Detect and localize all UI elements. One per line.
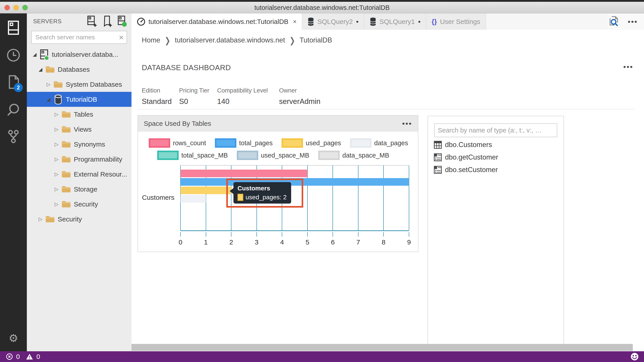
open-editors-icon[interactable]: 2 <box>0 75 27 89</box>
property-compatibility-level: Compatibility Level 140 <box>217 87 279 106</box>
tree-item-tables[interactable]: ▷Tables <box>27 107 132 122</box>
object-item-dbo-getcustomer[interactable]: dbo.getCustomer <box>434 151 564 164</box>
legend-item-total_space_MB: total_space_MB <box>157 151 228 160</box>
x-axis-label: 5 <box>306 238 309 246</box>
tab-bar: tutorialserver.database.windows.net:Tuto… <box>132 13 644 30</box>
chart-tooltip: Customers used_pages: 2 <box>234 182 291 204</box>
problems-status[interactable]: 0 0 <box>0 353 40 361</box>
tab-sqlquery2[interactable]: SQLQuery2● <box>302 13 364 30</box>
feedback-smiley-icon[interactable] <box>630 352 644 361</box>
close-tab-icon[interactable]: × <box>293 18 296 25</box>
chart-plot-area: Customers used_pages: 2 0123456789 <box>180 165 409 231</box>
folder-icon <box>61 139 71 149</box>
expand-arrow-icon[interactable]: ▷ <box>53 171 60 177</box>
object-search-input[interactable] <box>434 123 557 137</box>
expand-arrow-icon[interactable]: ▷ <box>37 216 44 222</box>
tooltip-arrow <box>230 188 234 194</box>
x-axis-label: 3 <box>255 238 258 246</box>
folder-icon <box>45 64 55 74</box>
expand-arrow-icon[interactable]: ▷ <box>53 126 60 132</box>
legend-swatch <box>318 151 340 160</box>
expand-arrow-icon[interactable]: ▷ <box>53 186 60 192</box>
tooltip-series-swatch <box>238 194 243 201</box>
collapse-arrow-icon[interactable]: ◢ <box>45 96 52 102</box>
server-icon <box>39 50 49 59</box>
x-axis-tick <box>282 232 282 237</box>
new-server-group-icon[interactable] <box>102 15 112 27</box>
tab-user-settings[interactable]: {}User Settings <box>426 13 486 30</box>
source-control-icon[interactable] <box>0 129 27 143</box>
database-icon <box>53 94 63 104</box>
tree-item-security[interactable]: ▷Security <box>27 197 132 212</box>
tooltip-title: Customers <box>238 185 287 192</box>
tab-label: SQLQuery1 <box>380 18 415 25</box>
collapse-arrow-icon[interactable]: ◢ <box>31 52 38 57</box>
tree-item-external-resour[interactable]: ▷External Resour... <box>27 167 132 182</box>
breadcrumb-server[interactable]: tutorialserver.database.windows.net <box>175 36 285 44</box>
unsaved-changes-dot-icon[interactable]: ● <box>418 19 420 24</box>
x-axis-tick <box>409 232 409 237</box>
x-axis-tick <box>383 232 384 237</box>
tree-item-databases[interactable]: ◢Databases <box>27 62 132 77</box>
x-axis-tick <box>256 232 257 237</box>
tree-item-synonyms[interactable]: ▷Synonyms <box>27 137 132 152</box>
object-item-dbo-customers[interactable]: dbo.Customers <box>434 139 564 151</box>
y-axis-category-label: Customers <box>142 194 177 201</box>
settings-gear-icon[interactable]: ⚙ <box>0 333 27 344</box>
tab-tutorialserver-database-windows-net-tutorialdb[interactable]: tutorialserver.database.windows.net:Tuto… <box>132 13 302 30</box>
gridline <box>358 166 358 230</box>
tree-item-tutorialdb[interactable]: ◢TutorialDB <box>27 92 132 107</box>
tree-item-tutorialserver-databa[interactable]: ◢tutorialserver.databa... <box>27 47 132 62</box>
legend-label: used_space_MB <box>261 152 309 159</box>
table-icon <box>434 141 442 149</box>
property-owner: Owner serverAdmin <box>279 87 320 106</box>
tree-item-programmability[interactable]: ▷Programmability <box>27 152 132 167</box>
legend-item-rows_count: rows_count <box>149 138 206 148</box>
tree-item-label: Programmability <box>74 156 122 163</box>
error-count: 0 <box>16 353 20 361</box>
clear-search-icon[interactable]: ✕ <box>119 34 124 41</box>
collapse-arrow-icon[interactable]: ◢ <box>37 67 44 72</box>
procedure-icon <box>434 153 442 161</box>
tabbar-actions: ••• <box>608 13 644 30</box>
folder-icon <box>61 169 71 179</box>
tree-item-label: tutorialserver.databa... <box>52 51 118 58</box>
breadcrumb: Home ❯ tutorialserver.database.windows.n… <box>142 36 332 44</box>
search-documents-icon[interactable] <box>608 15 620 28</box>
gridline <box>383 166 384 230</box>
dashboard-more-actions-icon[interactable]: ••• <box>623 63 633 71</box>
window-top-edge <box>0 0 644 2</box>
expand-arrow-icon[interactable]: ▷ <box>53 141 60 147</box>
x-axis-label: 8 <box>382 238 386 246</box>
x-axis-label: 2 <box>230 238 233 246</box>
tree-item-views[interactable]: ▷Views <box>27 122 132 137</box>
new-connection-icon[interactable] <box>87 15 97 27</box>
breadcrumb-database[interactable]: TutorialDB <box>300 36 332 44</box>
unsaved-changes-dot-icon[interactable]: ● <box>356 19 359 24</box>
object-item-dbo-setcustomer[interactable]: dbo.setCustomer <box>434 164 564 176</box>
horizontal-scrollbar[interactable] <box>132 344 633 351</box>
tab-sqlquery1[interactable]: SQLQuery1● <box>364 13 426 30</box>
section-divider <box>138 109 635 109</box>
expand-arrow-icon[interactable]: ▷ <box>53 201 60 207</box>
server-search-input[interactable] <box>31 31 127 44</box>
x-axis-tick <box>180 232 181 237</box>
editor-more-actions-icon[interactable]: ••• <box>628 18 638 25</box>
search-icon[interactable] <box>0 103 27 117</box>
server-search: ✕ <box>31 31 127 44</box>
active-connections-icon[interactable] <box>117 15 128 27</box>
folder-icon <box>61 199 71 209</box>
connections-icon[interactable] <box>0 20 27 35</box>
tree-item-storage[interactable]: ▷Storage <box>27 182 132 197</box>
task-history-icon[interactable] <box>0 48 27 62</box>
chart-panel-more-actions-icon[interactable]: ••• <box>402 120 412 127</box>
expand-arrow-icon[interactable]: ▷ <box>53 111 60 117</box>
tree-item-system-databases[interactable]: ▷System Databases <box>27 77 132 92</box>
breadcrumb-home[interactable]: Home <box>142 36 160 44</box>
tree-item-security[interactable]: ▷Security <box>27 212 132 227</box>
expand-arrow-icon[interactable]: ▷ <box>45 81 52 87</box>
legend-item-data_pages: data_pages <box>350 138 408 148</box>
chart-legend-row-2: total_space_MBused_space_MBdata_space_MB <box>157 151 389 160</box>
expand-arrow-icon[interactable]: ▷ <box>53 156 60 162</box>
chart-panel-header: Space Used By Tables ••• <box>138 115 418 132</box>
